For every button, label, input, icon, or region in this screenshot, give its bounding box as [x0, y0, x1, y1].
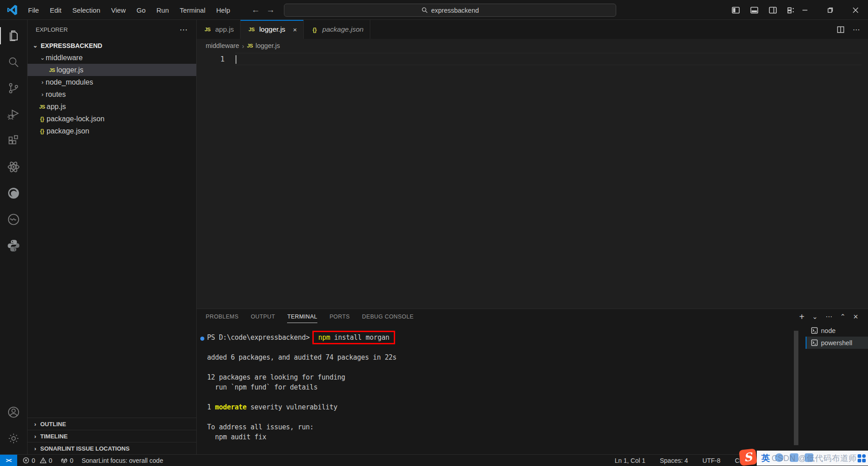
terminal-dropdown-icon[interactable]: ⌄: [812, 313, 818, 321]
back-arrow-icon[interactable]: ←: [251, 5, 260, 15]
panel-tab-terminal[interactable]: TERMINAL: [287, 309, 317, 324]
menu-selection[interactable]: Selection: [67, 6, 106, 14]
react-atom-icon: [6, 160, 21, 174]
problems-status[interactable]: 0 0: [23, 457, 52, 464]
activity-source-control[interactable]: [0, 75, 27, 101]
forward-arrow-icon[interactable]: →: [266, 5, 275, 15]
explorer-root-header[interactable]: ⌄ EXPRESSBACKEND: [28, 39, 196, 52]
minimize-button[interactable]: [792, 0, 817, 20]
json-file-icon: {}: [310, 26, 319, 33]
activity-explorer[interactable]: [0, 23, 27, 49]
breadcrumb-folder[interactable]: middleware: [206, 42, 239, 49]
terminal-output[interactable]: PS D:\code\expressbackend>npm install mo…: [197, 324, 794, 454]
panel-tab-problems[interactable]: PROBLEMS: [206, 309, 239, 324]
chevron-right-icon: ›: [32, 445, 38, 452]
chevron-right-icon: ›: [32, 421, 38, 428]
menu-help[interactable]: Help: [211, 6, 236, 14]
tree-item-logger-js[interactable]: JS logger.js: [28, 64, 196, 76]
menu-run[interactable]: Run: [151, 6, 175, 14]
ime-toolbar-watermark: S 英 CSDN @低代码布道师: [757, 451, 868, 466]
section-label: SONARLINT ISSUE LOCATIONS: [40, 445, 130, 452]
panel-tab-ports[interactable]: PORTS: [330, 309, 350, 324]
breadcrumb-file[interactable]: logger.js: [255, 42, 280, 49]
current-line-highlight: [235, 53, 862, 65]
layout-controls: [731, 0, 796, 20]
window-controls: [792, 0, 868, 20]
error-count: 0: [32, 457, 35, 464]
sonarlint-status[interactable]: SonarLint focus: overall code: [81, 457, 163, 464]
remote-indicator[interactable]: ><: [0, 455, 17, 466]
terminal-prompt-line: PS D:\code\expressbackend>npm install mo…: [207, 333, 794, 343]
toggle-sidebar-icon[interactable]: [731, 6, 740, 14]
tab-logger-js[interactable]: JS logger.js ×: [241, 20, 304, 39]
sidebar-bottom-sections: › OUTLINE › TIMELINE › SONARLINT ISSUE L…: [28, 418, 196, 454]
split-editor-icon[interactable]: [837, 26, 844, 33]
tree-item-label: middleware: [46, 54, 83, 62]
account-icon: [7, 405, 20, 419]
terminal-vulnerability-line: 1 moderate severity vulnerability: [207, 403, 794, 413]
js-file-icon: JS: [203, 27, 212, 32]
panel-more-actions-icon[interactable]: ⋯: [826, 313, 832, 321]
ports-status[interactable]: 0: [61, 457, 74, 464]
toggle-secondary-sidebar-icon[interactable]: [769, 6, 777, 14]
tree-item-label: routes: [46, 90, 66, 99]
toggle-panel-icon[interactable]: [750, 6, 759, 14]
new-terminal-icon[interactable]: +: [799, 312, 805, 322]
section-timeline[interactable]: › TIMELINE: [28, 430, 196, 442]
debug-icon: [7, 108, 20, 121]
activity-python[interactable]: [0, 233, 27, 259]
activity-accounts[interactable]: [0, 399, 27, 425]
tree-item-label: app.js: [47, 103, 66, 111]
activity-edge-devtools[interactable]: [0, 180, 27, 206]
ime-mode-indicator: 英: [761, 452, 770, 464]
activity-settings[interactable]: [0, 425, 27, 452]
line-number: 1: [197, 53, 225, 65]
panel-tab-output[interactable]: OUTPUT: [251, 309, 275, 324]
activity-extensions[interactable]: [0, 128, 27, 154]
code-editor[interactable]: 1: [197, 52, 868, 309]
indentation-status[interactable]: Spaces: 4: [660, 457, 688, 464]
json-file-icon: {}: [38, 115, 47, 122]
explorer-more-actions-icon[interactable]: ⋯: [179, 25, 188, 35]
tree-item-routes[interactable]: › routes: [28, 88, 196, 100]
activity-react-tools[interactable]: [0, 154, 27, 180]
panel-tab-debug-console[interactable]: DEBUG CONSOLE: [362, 309, 414, 324]
close-window-button[interactable]: [843, 0, 868, 20]
menu-terminal[interactable]: Terminal: [175, 6, 211, 14]
close-tab-icon[interactable]: ×: [293, 26, 297, 33]
tree-item-app-js[interactable]: JS app.js: [28, 100, 196, 113]
restore-button[interactable]: [817, 0, 843, 20]
editor-more-actions-icon[interactable]: ⋯: [853, 25, 860, 34]
section-sonarlint-issue-locations[interactable]: › SONARLINT ISSUE LOCATIONS: [28, 442, 196, 454]
cursor-position-status[interactable]: Ln 1, Col 1: [615, 457, 646, 464]
sidebar-title-row: EXPLORER ⋯: [28, 20, 196, 39]
command-center-search[interactable]: expressbackend: [284, 4, 616, 17]
tab-app-js[interactable]: JS app.js: [197, 20, 241, 39]
error-icon: [23, 457, 29, 464]
menu-go[interactable]: Go: [131, 6, 151, 14]
activity-run-debug[interactable]: [0, 101, 27, 128]
menu-view[interactable]: View: [106, 6, 131, 14]
maximize-panel-icon[interactable]: ⌃: [840, 313, 846, 321]
terminal-instance-node[interactable]: node: [806, 324, 868, 337]
activity-search[interactable]: [0, 49, 27, 75]
root-folder-label: EXPRESSBACKEND: [41, 42, 102, 49]
tree-item-package-lock-json[interactable]: {} package-lock.json: [28, 113, 196, 125]
close-panel-icon[interactable]: ×: [853, 312, 858, 322]
tab-package-json[interactable]: {} package.json: [304, 20, 370, 39]
encoding-status[interactable]: UTF-8: [703, 457, 721, 464]
tab-label: app.js: [215, 25, 234, 33]
terminal-line: To address all issues, run:: [207, 423, 794, 433]
menu-edit[interactable]: Edit: [44, 6, 67, 14]
terminal-scrollbar[interactable]: [794, 331, 798, 445]
section-outline[interactable]: › OUTLINE: [28, 418, 196, 430]
tree-item-package-json[interactable]: {} package.json: [28, 125, 196, 137]
menu-file[interactable]: File: [23, 6, 44, 14]
json-file-icon: {}: [38, 128, 47, 134]
tree-item-node-modules[interactable]: › node_modules: [28, 76, 196, 88]
files-icon: [7, 29, 20, 43]
annotation-red-box: npm install morgan: [312, 331, 395, 344]
tree-item-middleware[interactable]: ⌄ middleware: [28, 52, 196, 64]
activity-sonarlint[interactable]: [0, 206, 27, 233]
terminal-instance-powershell[interactable]: powershell: [806, 337, 868, 349]
